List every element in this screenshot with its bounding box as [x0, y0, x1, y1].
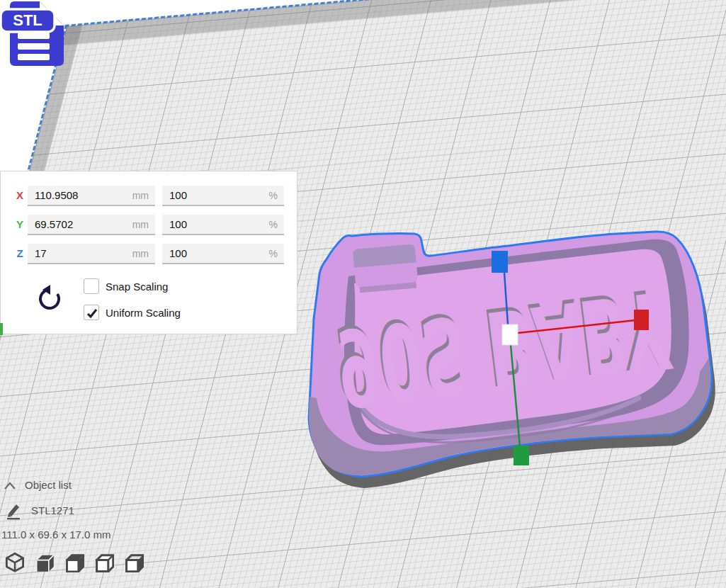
uniform-scaling-label: Uniform Scaling	[106, 307, 181, 319]
x-axis-label: X	[15, 189, 25, 201]
reset-icon	[35, 285, 63, 313]
cube-iso-icon	[5, 552, 25, 572]
snap-scaling-checkbox[interactable]	[84, 278, 99, 294]
x-percent-input[interactable]	[162, 186, 284, 205]
camera-view-presets	[5, 552, 203, 572]
z-axis-label: Z	[15, 247, 25, 259]
z-percent-input[interactable]	[162, 244, 284, 263]
cube-solid-icon	[35, 552, 55, 572]
object-list-title: Object list	[25, 479, 72, 491]
origin-axis-marker	[0, 323, 3, 335]
object-list-item[interactable]: STL1271	[0, 502, 198, 523]
scale-handle-x[interactable]	[634, 310, 649, 330]
object-dimensions: 111.0 x 69.6 x 17.0 mm	[1, 528, 200, 541]
scale-handle-z[interactable]	[492, 251, 508, 273]
object-item-name: STL1271	[31, 504, 74, 516]
y-axis-label: Y	[15, 218, 25, 230]
stl-file-icon: STL	[0, 0, 71, 71]
checkmark-icon	[86, 307, 98, 320]
z-size-input[interactable]	[28, 244, 155, 263]
view-front-button[interactable]	[35, 552, 55, 572]
scale-handle-y[interactable]	[514, 446, 529, 465]
pencil-icon	[6, 503, 23, 520]
reset-scale-button[interactable]	[35, 285, 63, 313]
y-size-input[interactable]	[28, 215, 155, 234]
cube-right-filled-icon	[124, 552, 144, 572]
stl-badge-label: STL	[13, 11, 42, 29]
object-list-panel: Object list STL1271 111.0 x 69.6 x 17.0 …	[0, 476, 198, 572]
view-left-side-button[interactable]	[94, 552, 114, 572]
view-top-button[interactable]	[64, 552, 84, 572]
cube-outline-icon	[94, 552, 114, 572]
uniform-scaling-checkbox[interactable]	[84, 305, 99, 320]
object-list-header[interactable]: Object list	[0, 476, 198, 494]
cube-top-filled-icon	[64, 552, 84, 572]
view-right-side-button[interactable]	[124, 552, 144, 572]
chevron-up-icon	[4, 480, 16, 491]
snap-scaling-label: Snap Scaling	[106, 281, 168, 293]
scale-tool-panel: X mm % Y mm % Z mm %	[0, 171, 297, 334]
model-tab	[353, 244, 419, 293]
x-size-input[interactable]	[28, 186, 155, 205]
scale-handle-center[interactable]	[502, 324, 518, 345]
y-percent-input[interactable]	[162, 215, 284, 234]
view-3d-button[interactable]	[5, 552, 25, 572]
